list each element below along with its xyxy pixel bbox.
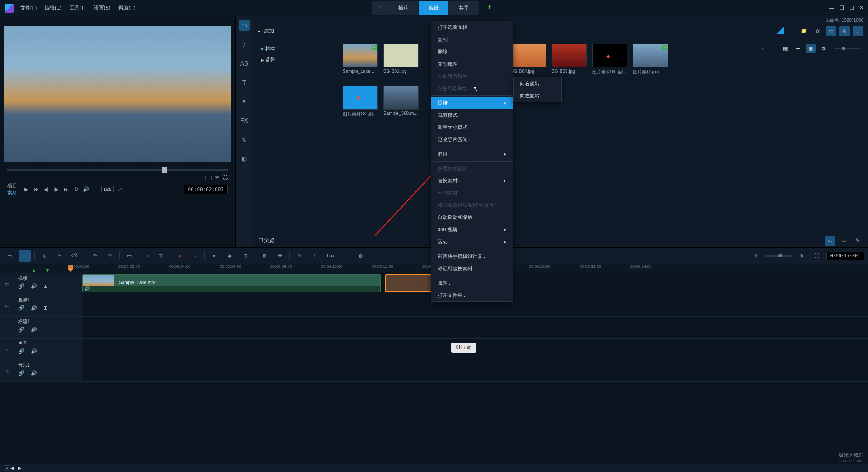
video-clip[interactable]: Sample_Lake.mp4🔊 (82, 274, 381, 292)
tab-capture[interactable]: 捕获 (388, 1, 419, 15)
ctx-item[interactable]: 调整大小模式 (431, 121, 513, 133)
lock-icon[interactable]: ⊞ (43, 305, 47, 311)
scrubber-thumb[interactable] (162, 167, 167, 173)
thumb-bg-b05[interactable]: BG-B05.jpg (552, 44, 587, 75)
chapter-icon[interactable]: ◆ (224, 250, 236, 262)
path-category-icon[interactable]: ↯ (239, 134, 250, 145)
sort-icon[interactable]: ⇅ (818, 44, 828, 53)
aspect-ratio-button[interactable]: 16:9 (101, 186, 114, 192)
mute-icon[interactable]: 🔊 (31, 305, 37, 311)
zoom-in-icon[interactable]: ⊕ (796, 250, 807, 262)
3d-text-icon[interactable]: T₃ᴅ (324, 250, 336, 262)
minimize-icon[interactable]: — (829, 5, 834, 11)
mask-icon[interactable]: ◐ (355, 250, 367, 262)
mute-icon[interactable]: 🔊 (31, 348, 37, 354)
delete-tb-icon[interactable]: ⌫ (69, 250, 81, 262)
filter-video-icon[interactable]: ▭ (826, 26, 836, 36)
mute-icon[interactable]: 🔊 (31, 283, 37, 289)
material-mode-label[interactable]: 素材 (7, 189, 17, 196)
next-clip-icon[interactable]: ⏭ (62, 186, 70, 193)
add-button[interactable]: + 添加 (258, 28, 274, 34)
ctx-item[interactable]: 属性... (431, 277, 513, 289)
preview-viewport[interactable] (4, 26, 231, 162)
link-icon[interactable]: 🔗 (18, 327, 24, 333)
menu-file[interactable]: 文件(F) (20, 5, 37, 11)
thumb-sample-360[interactable]: Sample_360.m... (383, 86, 419, 117)
track-type-icon[interactable]: ♫ (0, 360, 14, 381)
step-back-icon[interactable]: ◀| (42, 186, 50, 193)
preview-scrubber[interactable] (7, 169, 228, 171)
link-icon[interactable]: 🔗 (18, 283, 24, 289)
clear-search-icon[interactable]: × (761, 46, 770, 51)
scroll-left-icon[interactable]: ◀ (10, 465, 14, 471)
storyboard-view-icon[interactable]: ▭ (4, 250, 15, 262)
media-category-icon[interactable]: ▭ (239, 20, 250, 31)
ctx-item[interactable]: 360 视频▶ (431, 224, 513, 236)
menu-edit[interactable]: 编辑(E) (45, 5, 61, 11)
horizontal-scrollbar[interactable] (26, 466, 860, 470)
volume-icon[interactable]: 🔊 (82, 186, 90, 193)
step-fwd-icon[interactable]: |▶ (52, 186, 60, 193)
prev-clip-icon[interactable]: ⏮ (33, 186, 40, 193)
ctx-item[interactable]: 旋转▶ (431, 97, 513, 109)
track-body[interactable] (82, 360, 868, 381)
ctx-item[interactable]: 删除 (431, 46, 513, 58)
filter-audio-icon[interactable]: ♫ (853, 26, 863, 36)
ctx-item[interactable]: 替换素材...▶ (431, 175, 513, 187)
subtitle-icon[interactable]: ☐ (340, 250, 351, 262)
thumb-sample-lake[interactable]: ✓Sample_Lake... (343, 44, 378, 75)
ctx-item[interactable]: 自动摇动和缩放 (431, 211, 513, 224)
ctx-item[interactable]: 影音快手模板设计器... (431, 250, 513, 262)
pan-zoom-icon[interactable]: ⤧ (293, 250, 305, 262)
fit-icon[interactable]: ⛶ (811, 250, 823, 262)
track-type-icon[interactable]: ▭ (0, 295, 14, 316)
ctx-item[interactable]: 打开文件夹... (431, 289, 513, 301)
tool-1-icon[interactable]: ▭ (123, 250, 135, 262)
copy-tb-icon[interactable]: ⎘ (38, 250, 50, 262)
play-icon[interactable]: ▶ (23, 186, 30, 193)
transition-category-icon[interactable]: AB (239, 58, 250, 69)
split-icon[interactable]: ✂ (215, 175, 219, 181)
thumb-bg-b01[interactable]: BG-B01.jpg (383, 44, 419, 75)
tree-item-background[interactable]: ▸ 背景 (253, 54, 339, 66)
drag-handle[interactable]: :::::::::::::::: (4, 20, 231, 24)
tab-home[interactable]: ⌂ (372, 1, 388, 15)
tree-item-sample[interactable]: ▸ 样本 (253, 43, 339, 54)
view-grid-icon[interactable]: ▦ (806, 44, 816, 53)
footer-icon-3[interactable]: ✎ (852, 236, 863, 246)
tool-3-icon[interactable]: ⊞ (154, 250, 166, 262)
thumb-size-slider[interactable] (834, 48, 861, 49)
footer-icon-2[interactable]: ▭ (838, 236, 849, 246)
cut-tb-icon[interactable]: ✂ (54, 250, 66, 262)
link-icon[interactable]: 🔗 (18, 348, 24, 354)
drag-handle-lib[interactable]: :::::::::::::::: (253, 16, 868, 20)
folder-plus-icon[interactable]: 📁 (798, 26, 809, 36)
timeline-view-icon[interactable]: ☰ (19, 250, 31, 262)
upload-icon[interactable]: ⬆ (483, 1, 496, 15)
title-category-icon[interactable]: T (239, 77, 250, 88)
submenu-item[interactable]: 向右旋转 (514, 77, 561, 90)
scroll-right-icon[interactable]: ▶ (18, 465, 21, 471)
loading-category-icon[interactable]: ◐ (239, 153, 250, 164)
marker-icon[interactable]: ▾ (208, 250, 220, 262)
link-icon[interactable]: 🔗 (18, 370, 24, 376)
tab-edit[interactable]: 编辑 (419, 1, 449, 15)
ctx-item[interactable]: 复制属性 (431, 58, 513, 70)
track-type-icon[interactable]: T (0, 317, 14, 338)
text-tb-icon[interactable]: T (309, 250, 321, 262)
view-list-icon[interactable]: ▦ (780, 44, 790, 53)
menu-tools[interactable]: 工具(T) (70, 5, 86, 11)
filter-photo-icon[interactable]: ◉ (839, 26, 850, 36)
ctx-item[interactable]: 运动▶ (431, 236, 513, 248)
ctx-item[interactable]: 裁剪模式 (431, 109, 513, 121)
playhead-line[interactable] (425, 273, 425, 418)
thumb-bg-b04[interactable]: BG-B04.jpg (511, 44, 546, 75)
menu-settings[interactable]: 设置(S) (94, 5, 111, 11)
guide-icon[interactable]: ✚ (274, 250, 286, 262)
mixer-icon[interactable]: ♪ (189, 250, 201, 262)
gear-icon[interactable]: ✿ (812, 26, 823, 36)
fx-category-icon[interactable]: FX (239, 115, 250, 126)
submenu-item[interactable]: 向左旋转 (514, 90, 561, 102)
undo-icon[interactable]: ↶ (89, 250, 100, 262)
thumb-material-03a[interactable]: ◆图片素材03_副... (592, 44, 627, 75)
